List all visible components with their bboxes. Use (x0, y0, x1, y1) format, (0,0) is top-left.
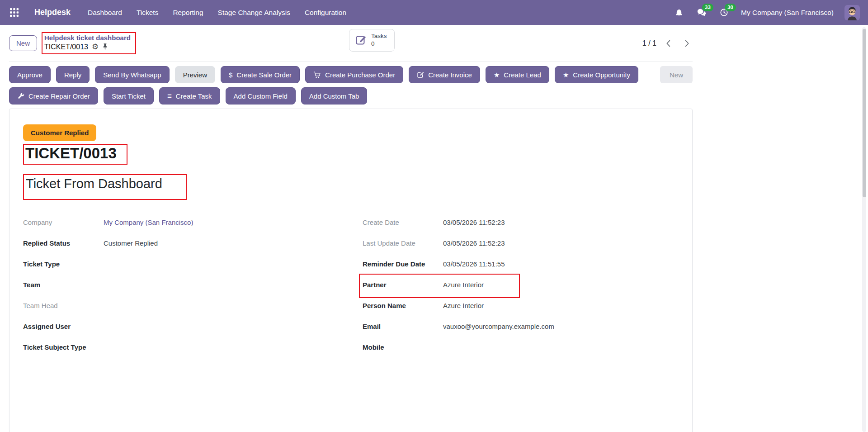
pager-next-icon[interactable] (681, 38, 693, 49)
field-label: Assigned User (23, 323, 104, 330)
apps-grid-icon[interactable] (6, 5, 22, 20)
ticket-name: TICKET/0013 (25, 145, 117, 161)
field-row: Ticket Subject Type (23, 337, 339, 358)
control-panel: New Helpdesk ticket dashboard TICKET/001… (9, 25, 693, 62)
nav-menu-item[interactable]: Configuration (303, 6, 348, 19)
field-label: Company (23, 218, 104, 226)
vertical-scrollbar (862, 27, 866, 432)
action-button[interactable]: Create Purchase Order (305, 66, 403, 83)
field-value[interactable]: 03/05/2026 11:52:23 (443, 239, 679, 247)
app-brand[interactable]: Helpdesk (34, 8, 71, 17)
field-row: Ticket Type (23, 254, 339, 275)
gear-icon[interactable]: ⚙ (92, 43, 99, 51)
tasks-label: Tasks (371, 33, 387, 40)
breadcrumb-current: TICKET/0013 (44, 43, 88, 52)
nav-menu-item[interactable]: Reporting (171, 6, 205, 19)
dollar-icon: $ (229, 71, 232, 78)
field-row: Email vauxoo@yourcompany.example.com (363, 316, 679, 337)
field-value[interactable]: My Company (San Francisco) (104, 218, 339, 226)
nav-menu-item[interactable]: Dashboard (86, 6, 124, 19)
field-label: Email (363, 323, 443, 330)
field-value[interactable]: 03/05/2026 11:52:23 (443, 218, 679, 226)
action-button[interactable]: Add Custom Tab (301, 87, 368, 104)
wrench-icon (17, 92, 24, 100)
messages-icon[interactable]: 33 (696, 7, 708, 19)
field-label: Replied Status (23, 239, 104, 247)
action-button[interactable]: ★ Create Lead (486, 66, 549, 83)
action-row-1: Approve Reply Send By Whatsapp Preview (9, 66, 693, 83)
field-value[interactable]: Customer Replied (104, 239, 339, 247)
action-button[interactable]: Approve (9, 66, 51, 83)
ticket-subject-annotation-box: Ticket From Dashboard (23, 174, 187, 199)
nav-menu-item[interactable]: Tickets (135, 6, 160, 19)
field-row: Team Head (23, 295, 339, 316)
stage-status-badge: Customer Replied (23, 124, 96, 141)
field-label: Person Name (363, 302, 443, 309)
field-label: Ticket Type (23, 260, 104, 268)
field-value[interactable]: vauxoo@yourcompany.example.com (443, 323, 679, 330)
action-button[interactable]: Send By Whatsapp (95, 66, 169, 83)
action-button[interactable]: Reply (56, 66, 90, 83)
tasks-count: 0 (371, 40, 387, 48)
user-avatar[interactable] (844, 5, 860, 20)
field-label: Team (23, 281, 104, 289)
pager-count: 1 / 1 (642, 39, 656, 47)
pin-icon[interactable] (102, 43, 108, 51)
new-record-button[interactable]: New (9, 35, 37, 51)
action-button-area: Approve Reply Send By Whatsapp Preview (9, 62, 693, 104)
field-column-right: Create Date 03/05/2026 11:52:23 Last Upd… (363, 212, 679, 358)
pager-previous-icon[interactable] (663, 38, 675, 49)
field-column-left: Company My Company (San Francisco) Repli… (23, 212, 339, 358)
field-label: Reminder Due Date (363, 260, 443, 268)
field-label: Mobile (363, 343, 443, 351)
pencil-square-icon (355, 34, 367, 46)
cart-icon (313, 71, 321, 79)
field-row: Reminder Due Date 03/05/2026 11:51:55 (363, 254, 679, 275)
field-grid: Company My Company (San Francisco) Repli… (23, 212, 679, 358)
tasks-smart-button[interactable]: Tasks 0 (349, 29, 395, 52)
top-navbar: Helpdesk Dashboard Tickets Reporting Sta… (0, 0, 868, 25)
action-row-2: Create Repair Order Start Ticket ≡ Creat… (9, 87, 693, 104)
action-button[interactable]: $ Create Sale Order (221, 66, 300, 83)
notifications-bell-icon[interactable] (673, 7, 685, 19)
action-button[interactable]: Create Invoice (409, 66, 480, 83)
action-button[interactable]: ≡ Create Task (159, 87, 220, 104)
action-button[interactable]: Create Repair Order (9, 87, 98, 104)
field-row: Company My Company (San Francisco) (23, 212, 339, 233)
form-status-new[interactable]: New (660, 66, 693, 83)
nav-menu-item[interactable]: Stage Change Analysis (216, 6, 292, 19)
field-row: Create Date 03/05/2026 11:52:23 (363, 212, 679, 233)
company-switcher[interactable]: My Company (San Francisco) (741, 9, 834, 17)
field-row: Team (23, 275, 339, 295)
field-label: Team Head (23, 302, 104, 309)
field-row: Last Update Date 03/05/2026 11:52:23 (363, 233, 679, 254)
field-row: Assigned User (23, 316, 339, 337)
field-row: Person Name Azure Interior (363, 295, 679, 316)
field-value[interactable]: Azure Interior (443, 281, 679, 289)
ticket-name-annotation-box: TICKET/0013 (23, 144, 127, 165)
list-icon: ≡ (167, 92, 172, 100)
main-menu: Dashboard Tickets Reporting Stage Change… (86, 6, 348, 19)
field-row: Partner Azure Interior (363, 275, 679, 295)
action-button[interactable]: Start Ticket (104, 87, 154, 104)
edit-icon (417, 71, 424, 78)
activities-clock-icon[interactable]: 30 (718, 7, 730, 19)
field-label: Ticket Subject Type (23, 343, 104, 351)
field-value[interactable]: 03/05/2026 11:51:55 (443, 260, 679, 268)
star-icon: ★ (494, 71, 500, 78)
action-button[interactable]: Add Custom Field (226, 87, 296, 104)
action-button[interactable]: Preview (175, 66, 215, 83)
ticket-form-sheet: Customer Replied TICKET/0013 Ticket From… (9, 109, 693, 432)
field-label: Partner (363, 281, 443, 289)
field-row: Mobile (363, 337, 679, 358)
star-icon: ★ (563, 71, 569, 78)
field-label: Create Date (363, 218, 443, 226)
field-row: Replied Status Customer Replied (23, 233, 339, 254)
breadcrumb-parent-link[interactable]: Helpdesk ticket dashboard (44, 34, 131, 43)
field-value[interactable]: Azure Interior (443, 302, 679, 309)
messages-count-badge: 33 (702, 4, 713, 12)
action-button[interactable]: ★ Create Opportunity (555, 66, 638, 83)
activities-count-badge: 30 (725, 4, 736, 12)
field-label: Last Update Date (363, 239, 443, 247)
scrollbar-thumb[interactable] (863, 29, 866, 197)
